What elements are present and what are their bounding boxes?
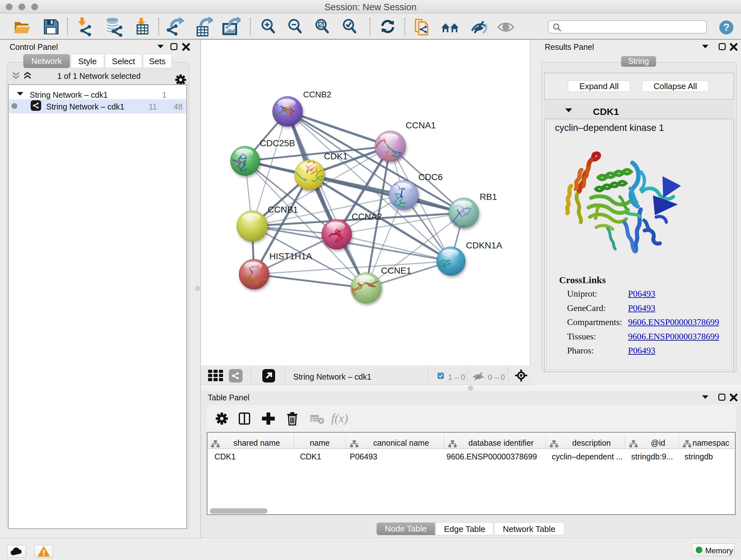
svg-text:RB1: RB1	[480, 192, 497, 202]
svg-text:CCNE1: CCNE1	[381, 266, 411, 275]
svg-text:CCNA1: CCNA1	[406, 120, 436, 130]
svg-text:CDK1: CDK1	[324, 151, 348, 161]
svg-text:CCNB1: CCNB1	[268, 205, 298, 214]
svg-text:HIST1H1A: HIST1H1A	[269, 251, 312, 261]
svg-text:CDC6: CDC6	[418, 172, 443, 182]
svg-text:CCNB2: CCNB2	[303, 90, 331, 99]
svg-text:CDKN1A: CDKN1A	[466, 240, 502, 250]
svg-text:CDC25B: CDC25B	[260, 138, 295, 148]
svg-text:CCNA2: CCNA2	[352, 212, 382, 222]
